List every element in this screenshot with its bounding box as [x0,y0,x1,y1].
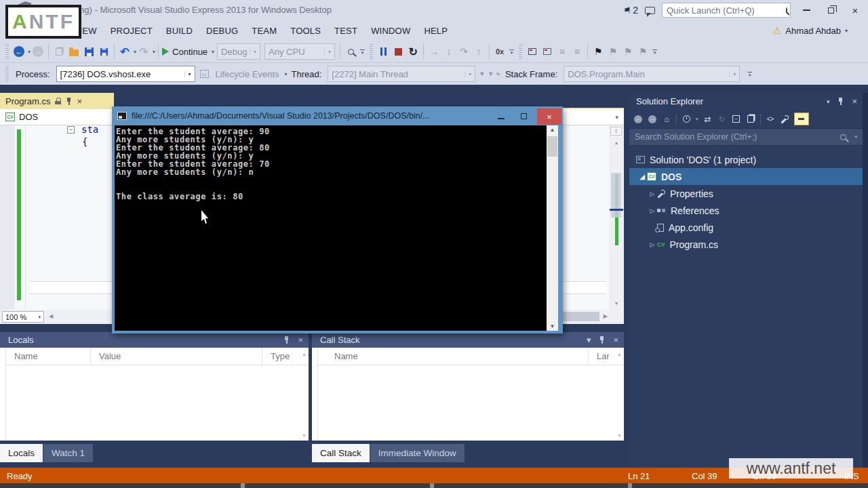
undo-button[interactable]: ↶ [118,43,132,60]
collapsed-arrow-icon[interactable]: ▷ [648,241,657,248]
locals-grid[interactable]: Name Value Type ▲ ▼ [0,348,309,441]
home-button[interactable]: ⌂ [662,115,671,124]
collapse-all-button[interactable]: − [732,115,741,123]
scrollbar-thumb[interactable] [611,173,621,218]
tree-item-references[interactable]: ▷ References [629,202,863,219]
menu-item-help[interactable]: HELP [417,26,454,36]
navigate-backward-button[interactable]: ← [12,43,26,60]
output-window-button[interactable] [540,43,554,60]
scroll-down-icon[interactable]: ▼ [617,433,622,438]
console-close-button[interactable]: × [537,108,561,125]
tree-item-app-config[interactable]: App.config [629,219,863,236]
collapsed-arrow-icon[interactable]: ▷ [648,207,657,214]
restart-button[interactable]: ↻ [406,43,420,60]
close-icon[interactable]: × [852,96,857,106]
toolbar-overflow-button[interactable]: ▾ [747,72,752,77]
tab-locals[interactable]: Locals [0,444,43,462]
add-new-item-button[interactable] [52,43,66,60]
menu-item-project[interactable]: PROJECT [104,26,159,36]
step-over-button[interactable]: ↷ [457,43,471,60]
process-combo[interactable]: [7236] DOS.vshost.exe ▾ [56,66,195,82]
close-icon[interactable]: × [77,96,82,106]
stop-debugging-button[interactable] [391,43,405,60]
restore-button[interactable] [822,3,840,18]
toolbar-overflow-button[interactable]: ▾ [652,49,657,54]
stack-frame-combo[interactable]: DOS.Program.Main ▾ [564,66,740,82]
toolbar-grip[interactable] [519,44,522,59]
toolbar-overflow-button[interactable]: ▾ [509,49,514,54]
scroll-down-icon[interactable]: ▼ [302,433,307,438]
feedback-icon[interactable] [645,7,655,14]
filter-threads-icon[interactable]: ▼ [479,70,485,77]
editor-vertical-scrollbar[interactable]: ↕ ▲ ▼ [609,125,624,310]
console-title-bar[interactable]: file:///C:/Users/Ahmad/Documents/Visual … [112,106,563,125]
quick-launch-input[interactable] [667,5,786,16]
step-into-button[interactable]: ↓ [442,43,456,60]
continue-button[interactable]: Continue ▾ [162,43,214,60]
quick-launch-box[interactable] [662,3,791,18]
solution-search-input[interactable] [635,132,840,142]
pin-icon[interactable] [837,98,844,105]
close-icon[interactable]: × [298,335,303,345]
console-maximize-button[interactable] [515,111,532,121]
previous-bookmark-button[interactable]: ⚑ [606,43,620,60]
close-button[interactable]: × [846,3,864,18]
suppress-events-icon[interactable]: ϟ [496,70,500,77]
lifecycle-events-button[interactable]: Lifecycle Events [216,69,279,79]
step-out-button[interactable]: ↑ [472,43,486,60]
expanded-arrow-icon[interactable]: ◢ [637,173,647,180]
console-output[interactable]: Enter the student average: 90 Any more s… [115,125,558,331]
back-button[interactable]: ← [633,115,643,123]
chevron-down-icon[interactable]: ▾ [827,98,830,105]
member-dropdown-icon[interactable]: ▾ [615,114,618,121]
preview-selected-items-button[interactable] [794,113,809,125]
column-header-name[interactable]: Name [6,348,91,365]
find-in-files-button[interactable] [344,43,357,60]
menu-item-tools[interactable]: TOOLS [283,26,328,36]
toolbar-overflow-button[interactable]: ▾ [360,49,365,54]
call-stack-title-bar[interactable]: Call Stack ▾ × [312,332,624,348]
notifications-button[interactable]: ⚑2 [623,5,638,16]
toggle-bookmark-button[interactable]: ⚑ [591,43,605,60]
open-file-button[interactable] [67,43,81,60]
decrease-indent-button[interactable]: ≡ [555,43,569,60]
menu-item-debug[interactable]: DEBUG [199,26,245,36]
toolbar-grip[interactable] [370,44,373,59]
show-next-statement-button[interactable]: → [427,43,441,60]
breakpoints-window-button[interactable] [526,43,539,60]
view-code-button[interactable]: <> [766,115,775,123]
document-tab-program-cs[interactable]: Program.cs × [0,93,114,109]
redo-button[interactable]: ↷ [137,43,151,60]
solution-config-combo[interactable]: Debug ▾ [217,43,260,60]
type-dropdown[interactable]: DOS [19,112,38,122]
save-button[interactable] [82,43,96,60]
thread-combo[interactable]: [2272] Main Thread ▾ [328,66,475,82]
tree-item-solution[interactable]: Solution 'DOS' (1 project) [629,151,863,168]
undo-dropdown[interactable]: ▾ [134,49,136,55]
column-header-name[interactable]: Name [318,348,589,365]
lifecycle-events-dropdown[interactable]: ▾ [285,71,288,77]
clear-bookmarks-button[interactable]: ⚑ [636,43,650,60]
scroll-right-icon[interactable]: ▶ [604,313,608,319]
filter-dropdown-icon[interactable]: ▾ [696,117,698,122]
menu-item-test[interactable]: TEST [328,26,364,36]
scroll-up-icon[interactable]: ▲ [617,352,622,357]
chevron-down-icon[interactable]: ▾ [587,335,591,345]
column-header-value[interactable]: Value [91,348,262,365]
code-fold-toggle[interactable]: − [67,126,75,134]
console-minimize-button[interactable] [492,111,510,121]
platform-combo[interactable]: Any CPU ▾ [264,43,335,60]
scroll-up-icon[interactable]: ▲ [547,127,558,133]
menu-item-window[interactable]: WINDOW [364,26,417,36]
navigate-backward-dropdown[interactable]: ▾ [28,49,31,55]
properties-button[interactable] [780,115,789,123]
tree-item-properties[interactable]: ▷ Properties [629,185,863,202]
tab-immediate-window[interactable]: Immediate Window [370,444,465,462]
sync-with-active-document-button[interactable]: ⇄ [703,115,713,124]
scroll-up-icon[interactable]: ▲ [302,352,307,357]
menu-item-build[interactable]: BUILD [159,26,199,36]
collapsed-arrow-icon[interactable]: ▷ [648,190,657,197]
show-all-files-button[interactable] [746,115,755,123]
editor-margin[interactable] [0,125,15,310]
tab-call-stack[interactable]: Call Stack [312,444,370,462]
